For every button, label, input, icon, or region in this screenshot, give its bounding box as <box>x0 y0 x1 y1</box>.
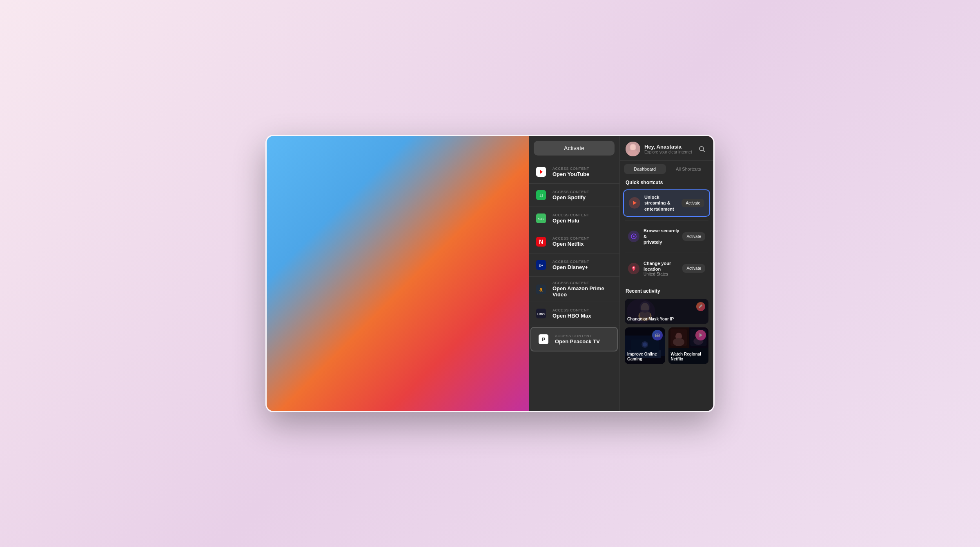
shortcut-streaming-title: Unlock streaming &entertainment <box>644 194 682 212</box>
browse-icon <box>628 231 639 242</box>
disney-icon: D+ <box>534 258 548 272</box>
svg-text:a: a <box>539 286 543 293</box>
youtube-icon <box>534 165 548 179</box>
list-item-spotify[interactable]: ♫ ACCESS CONTENT Open Spotify <box>529 184 619 207</box>
quick-shortcuts-title: Quick shortcuts <box>620 177 713 188</box>
svg-text:hulu: hulu <box>538 217 545 221</box>
hulu-icon: hulu <box>534 211 548 226</box>
amazon-label: ACCESS CONTENT <box>552 281 615 285</box>
shortcut-browse-title: Browse securely &privately <box>644 228 682 245</box>
tabs: Dashboard All Shortcuts <box>620 161 713 177</box>
svg-text:N: N <box>539 238 543 245</box>
spotify-title: Open Spotify <box>552 194 615 200</box>
svg-line-21 <box>703 150 705 152</box>
activate-button[interactable]: Activate <box>534 141 615 156</box>
spotify-text: ACCESS CONTENT Open Spotify <box>552 190 615 200</box>
activity-mask-ip-label: Change or Mask Your IP <box>627 317 674 322</box>
netflix-icon: N <box>534 234 548 249</box>
header-greeting: Hey, Anastasia <box>644 144 696 150</box>
panel-header: Hey, Anastasia Explore your clear intern… <box>620 136 713 161</box>
svg-marker-22 <box>633 201 637 205</box>
right-panel: Hey, Anastasia Explore your clear intern… <box>619 136 713 411</box>
spotify-label: ACCESS CONTENT <box>552 190 615 194</box>
activity-gaming-label: Improve Online Gaming <box>627 352 663 362</box>
netflix-label: ACCESS CONTENT <box>552 236 615 240</box>
amazon-title: Open Amazon Prime Video <box>552 285 615 298</box>
shortcut-location-text: Change your location United States <box>644 260 682 277</box>
netflix-text: ACCESS CONTENT Open Netflix <box>552 236 615 247</box>
header-subtitle: Explore your clear internet <box>644 150 696 154</box>
svg-point-23 <box>633 267 635 268</box>
header-text: Hey, Anastasia Explore your clear intern… <box>644 144 696 154</box>
left-panel: Activate ACCESS CONTENT Open YouTube ♫ A… <box>529 136 619 411</box>
search-icon[interactable] <box>696 143 708 155</box>
amazon-text: ACCESS CONTENT Open Amazon Prime Video <box>552 281 615 298</box>
browse-activate-btn[interactable]: Activate <box>682 232 705 241</box>
hulu-label: ACCESS CONTENT <box>552 213 615 217</box>
hbo-text: ACCESS CONTENT Open HBO Max <box>552 308 615 319</box>
peacock-icon: P <box>536 332 551 347</box>
netflix-title: Open Netflix <box>552 241 615 247</box>
peacock-text: ACCESS CONTENT Open Peacock TV <box>555 334 612 345</box>
tab-all-shortcuts[interactable]: All Shortcuts <box>668 164 710 174</box>
peacock-label: ACCESS CONTENT <box>555 334 612 338</box>
activity-gaming[interactable]: Improve Online Gaming <box>625 327 665 364</box>
list-item-hbo[interactable]: HBO ACCESS CONTENT Open HBO Max <box>529 302 619 325</box>
avatar <box>626 142 640 156</box>
hbo-icon: HBO <box>534 306 548 321</box>
list-item-peacock[interactable]: P ACCESS CONTENT Open Peacock TV <box>530 327 618 351</box>
svg-text:P: P <box>542 336 546 342</box>
activity-mask-ip[interactable]: Change or Mask Your IP <box>625 299 708 324</box>
activity-netflix[interactable]: Watch Regional Netflix <box>668 327 709 364</box>
disney-text: ACCESS CONTENT Open Disney+ <box>552 260 615 270</box>
tab-dashboard[interactable]: Dashboard <box>624 164 666 174</box>
recent-activity-title: Recent activity <box>620 286 713 296</box>
shortcut-browse[interactable]: Browse securely &privately Activate <box>623 224 710 249</box>
youtube-title: Open YouTube <box>552 171 615 177</box>
shortcut-location-title: Change your location <box>644 260 682 272</box>
svg-point-20 <box>699 147 704 151</box>
peacock-title: Open Peacock TV <box>555 338 612 345</box>
list-item-netflix[interactable]: N ACCESS CONTENT Open Netflix <box>529 230 619 253</box>
shortcut-browse-text: Browse securely &privately <box>644 228 682 245</box>
spotify-icon: ♫ <box>534 188 548 202</box>
svg-point-18 <box>628 150 638 156</box>
screen-container: Activate ACCESS CONTENT Open YouTube ♫ A… <box>265 135 715 412</box>
shortcut-location-subtitle: United States <box>644 272 682 276</box>
hbo-label: ACCESS CONTENT <box>552 308 615 312</box>
activity-grid: Change or Mask Your IP <box>620 296 713 369</box>
svg-text:HBO: HBO <box>537 312 545 316</box>
disney-label: ACCESS CONTENT <box>552 260 615 264</box>
list-item-hulu[interactable]: hulu ACCESS CONTENT Open Hulu <box>529 207 619 230</box>
hulu-text: ACCESS CONTENT Open Hulu <box>552 213 615 224</box>
disney-title: Open Disney+ <box>552 264 615 270</box>
shortcut-streaming-text: Unlock streaming &entertainment <box>644 194 682 212</box>
list-item-disney[interactable]: D+ ACCESS CONTENT Open Disney+ <box>529 253 619 277</box>
content-list: ACCESS CONTENT Open YouTube ♫ ACCESS CON… <box>529 159 619 411</box>
svg-point-19 <box>630 145 635 150</box>
hulu-title: Open Hulu <box>552 218 615 224</box>
divider-2 <box>625 253 708 253</box>
divider-3 <box>625 284 708 284</box>
youtube-text: ACCESS CONTENT Open YouTube <box>552 167 615 177</box>
list-item-youtube[interactable]: ACCESS CONTENT Open YouTube <box>529 160 619 184</box>
svg-text:♫: ♫ <box>539 192 543 198</box>
amazon-icon: a <box>534 282 548 297</box>
location-activate-btn[interactable]: Activate <box>682 264 705 273</box>
activity-netflix-label: Watch Regional Netflix <box>671 352 706 362</box>
divider-1 <box>625 220 708 220</box>
location-icon <box>628 263 639 274</box>
svg-text:D+: D+ <box>539 264 543 267</box>
list-item-amazon[interactable]: a ACCESS CONTENT Open Amazon Prime Video <box>529 277 619 302</box>
youtube-label: ACCESS CONTENT <box>552 167 615 171</box>
shortcut-streaming[interactable]: Unlock streaming &entertainment Activate <box>623 189 710 217</box>
hbo-title: Open HBO Max <box>552 313 615 319</box>
streaming-activate-btn[interactable]: Activate <box>682 199 704 207</box>
shortcut-location[interactable]: Change your location United States Activ… <box>623 256 710 281</box>
streaming-icon <box>629 197 640 209</box>
